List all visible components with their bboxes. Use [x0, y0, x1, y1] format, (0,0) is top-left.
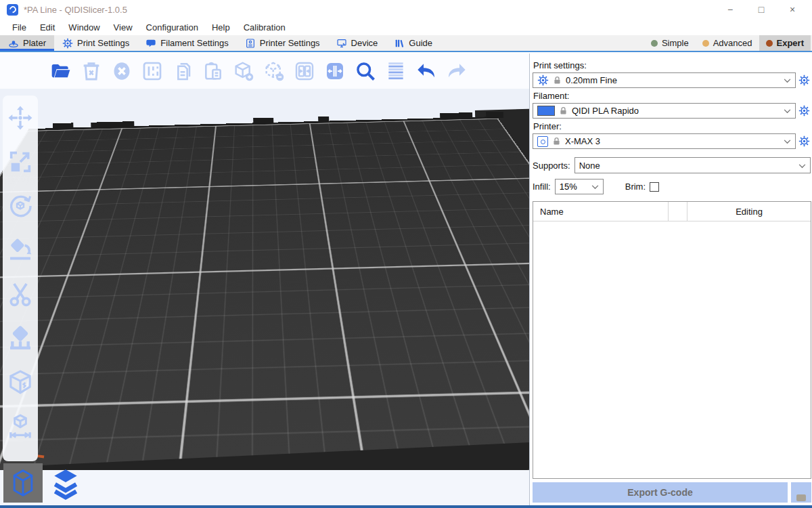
- add-instance-icon[interactable]: [231, 59, 256, 83]
- mode-advanced[interactable]: Advanced: [696, 35, 759, 51]
- chevron-down-icon: [784, 136, 791, 146]
- printer-select[interactable]: X-MAX 3: [533, 133, 796, 149]
- lock-icon: [553, 76, 562, 85]
- plater-toolbar: [0, 54, 529, 89]
- expert-dot-icon: [766, 40, 773, 47]
- split-objects-icon[interactable]: [292, 59, 317, 83]
- open-file-icon[interactable]: [49, 59, 73, 83]
- seam-icon[interactable]: [6, 368, 35, 396]
- lock-icon: [552, 137, 561, 146]
- tab-label: Device: [351, 38, 378, 48]
- paint-supports-icon[interactable]: [6, 324, 35, 352]
- chevron-down-icon: [591, 182, 599, 192]
- place-on-face-icon[interactable]: [6, 236, 35, 264]
- mode-label: Expert: [777, 38, 804, 48]
- window-title: *PA Line - QIDISlicer-1.0.5: [24, 5, 127, 15]
- tab-filament-settings[interactable]: Filament Settings: [137, 35, 236, 51]
- print-settings-value: 0.20mm Fine: [566, 75, 617, 85]
- view-layers-preview-button[interactable]: [47, 464, 84, 502]
- copy-icon[interactable]: [171, 59, 195, 83]
- arrange-icon[interactable]: [140, 59, 164, 83]
- filament-color-swatch: [537, 106, 555, 116]
- brim-checkbox[interactable]: [650, 182, 659, 192]
- layers-icon: [49, 465, 83, 501]
- undo-icon[interactable]: [414, 59, 438, 83]
- tab-label: Plater: [23, 38, 46, 48]
- menu-configuration[interactable]: Configuration: [139, 20, 205, 35]
- column-name: Name: [533, 202, 669, 221]
- cube-3d-icon: [8, 467, 38, 499]
- tab-printer-settings[interactable]: Printer Settings: [237, 35, 328, 51]
- filament-icon: [145, 38, 156, 49]
- scale-icon[interactable]: [6, 148, 35, 176]
- printer-value: X-MAX 3: [565, 136, 600, 146]
- viewport-3d[interactable]: [0, 54, 530, 505]
- export-to-sd-button[interactable]: [791, 482, 811, 503]
- export-gcode-button[interactable]: Export G-code: [533, 482, 788, 503]
- mode-simple[interactable]: Simple: [644, 35, 696, 51]
- tab-print-settings[interactable]: Print Settings: [54, 35, 137, 51]
- object-list-body[interactable]: [533, 221, 811, 478]
- supports-select[interactable]: None: [574, 157, 811, 173]
- app-logo-icon: [7, 4, 18, 16]
- object-list[interactable]: Name Editing: [533, 201, 811, 479]
- split-parts-icon[interactable]: [323, 59, 347, 83]
- filament-edit-button[interactable]: [798, 104, 811, 117]
- variable-layer-height-icon[interactable]: [384, 59, 408, 83]
- remove-instance-icon[interactable]: [262, 59, 286, 83]
- settings-panel: Print settings: 0.20mm Fine: [530, 54, 812, 505]
- menu-bar: File Edit Window View Configuration Help…: [0, 19, 812, 35]
- tab-label: Filament Settings: [160, 38, 228, 48]
- redo-icon[interactable]: [445, 59, 469, 83]
- filament-select[interactable]: QIDI PLA Rapido: [533, 103, 796, 119]
- simple-dot-icon: [651, 40, 658, 47]
- bed-clip: [91, 121, 134, 129]
- menu-file[interactable]: File: [5, 20, 33, 35]
- search-icon[interactable]: [353, 59, 378, 83]
- print-settings-label: Print settings:: [533, 60, 811, 70]
- close-button[interactable]: ×: [777, 1, 808, 18]
- filament-label: Filament:: [533, 91, 811, 101]
- print-settings-select[interactable]: 0.20mm Fine: [533, 72, 796, 88]
- cut-icon[interactable]: [6, 280, 35, 308]
- bed-clip: [486, 112, 503, 119]
- minimize-button[interactable]: −: [715, 1, 746, 18]
- menu-window[interactable]: Window: [62, 20, 106, 35]
- delete-all-icon[interactable]: [110, 59, 134, 83]
- bed-clip: [53, 123, 73, 129]
- tab-label: Print Settings: [77, 38, 129, 48]
- window-bottom-border: [0, 505, 812, 508]
- paste-icon[interactable]: [201, 59, 225, 83]
- rotate-icon[interactable]: [6, 192, 35, 220]
- column-editing: Editing: [687, 202, 811, 221]
- chevron-down-icon: [798, 161, 806, 171]
- title-bar: *PA Line - QIDISlicer-1.0.5 − □ ×: [0, 0, 812, 19]
- tab-plater[interactable]: Plater: [0, 35, 54, 51]
- menu-calibration[interactable]: Calibration: [237, 20, 292, 35]
- menu-help[interactable]: Help: [205, 20, 237, 35]
- printer-icon: [537, 136, 548, 147]
- plater-icon: [8, 38, 19, 49]
- supports-label: Supports:: [533, 161, 570, 171]
- printer-edit-button[interactable]: [798, 135, 811, 148]
- object-tool-strip: [3, 96, 38, 461]
- mode-switcher: Simple Advanced Expert: [644, 35, 812, 51]
- tab-device[interactable]: Device: [328, 35, 386, 51]
- measure-icon[interactable]: [6, 412, 35, 440]
- device-icon: [336, 38, 347, 49]
- move-icon[interactable]: [6, 104, 35, 132]
- print-settings-edit-button[interactable]: [798, 74, 811, 87]
- view-3d-editor-button[interactable]: [3, 463, 43, 503]
- menu-edit[interactable]: Edit: [33, 20, 62, 35]
- infill-select[interactable]: 15%: [555, 179, 604, 194]
- tab-guide[interactable]: Guide: [386, 35, 441, 51]
- mode-expert[interactable]: Expert: [759, 35, 811, 51]
- mode-label: Advanced: [713, 38, 752, 48]
- printer-icon: [245, 38, 256, 49]
- delete-icon[interactable]: [79, 59, 104, 83]
- menu-view[interactable]: View: [107, 20, 139, 35]
- chevron-down-icon: [784, 106, 791, 116]
- maximize-button[interactable]: □: [746, 1, 777, 18]
- mode-label: Simple: [662, 38, 689, 48]
- gear-icon: [537, 75, 549, 86]
